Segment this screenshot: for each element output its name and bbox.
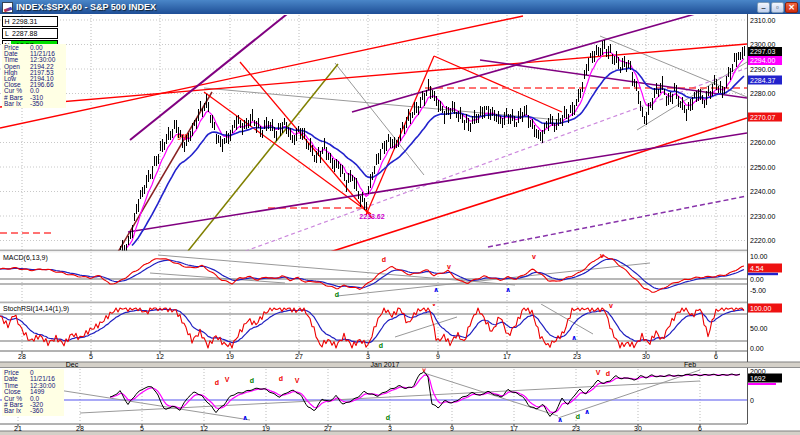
svg-text:∧: ∧	[557, 416, 563, 423]
window-titlebar[interactable]: INDEX:$SPX,60 - S&P 500 INDEX – ▫ ✕	[0, 0, 800, 14]
svg-text:d: d	[382, 256, 386, 263]
svg-text:d: d	[386, 414, 390, 421]
svg-text:5: 5	[89, 353, 93, 360]
close-button[interactable]: ✕	[785, 2, 798, 13]
svg-text:-5.00: -5.00	[750, 287, 766, 294]
svg-text:0.00: 0.00	[750, 276, 764, 283]
svg-text:6: 6	[714, 353, 718, 360]
svg-text:2250.00: 2250.00	[750, 164, 775, 171]
svg-text:gap: gap	[177, 132, 189, 140]
svg-text:6: 6	[698, 425, 702, 432]
svg-text:∧: ∧	[584, 408, 590, 415]
svg-text:2270.07: 2270.07	[750, 114, 775, 121]
svg-text:28: 28	[76, 425, 84, 432]
svg-text:19: 19	[262, 425, 270, 432]
svg-text:4.54: 4.54	[750, 265, 764, 272]
svg-text:Dec: Dec	[66, 361, 79, 368]
svg-text:d: d	[335, 291, 339, 298]
svg-text:v: v	[600, 252, 604, 259]
svg-text:∧: ∧	[505, 286, 511, 293]
maximize-button[interactable]: ▫	[771, 2, 784, 13]
svg-text:d: d	[279, 375, 283, 382]
svg-text:StochRSI(14,14(1),9): StochRSI(14,14(1),9)	[3, 305, 69, 313]
svg-text:V: V	[596, 369, 601, 376]
svg-text:V: V	[295, 377, 300, 384]
svg-text:9: 9	[450, 425, 454, 432]
cursor-data-panel: Price0.00Date11/21/16Time12:30:00Open219…	[2, 44, 66, 108]
svg-text:17: 17	[503, 353, 511, 360]
svg-text:d: d	[606, 370, 610, 377]
svg-text:27: 27	[324, 425, 332, 432]
svg-text:1692: 1692	[750, 375, 766, 382]
svg-text:50.00: 50.00	[750, 325, 768, 332]
svg-text:2297.03: 2297.03	[750, 48, 775, 55]
cursor-data-panel-bottom: Price0Date11/21/16Time12:30:00Close1499C…	[2, 369, 64, 416]
svg-text:30: 30	[634, 425, 642, 432]
svg-text:v: v	[447, 263, 451, 270]
svg-text:2233.62: 2233.62	[359, 213, 384, 220]
svg-text:2294.00: 2294.00	[750, 57, 775, 64]
svg-text:V: V	[225, 376, 230, 383]
svg-text:∧: ∧	[571, 334, 577, 341]
cursor-row: Bar Ix-350	[4, 101, 64, 107]
svg-text:10.00: 10.00	[750, 253, 768, 260]
cursor-row: Bar Ix-360	[4, 408, 62, 414]
svg-text:d: d	[250, 377, 254, 384]
svg-text:23: 23	[573, 353, 581, 360]
svg-text:2000: 2000	[750, 368, 766, 375]
svg-text:21: 21	[14, 425, 22, 432]
svg-text:2310.00: 2310.00	[750, 17, 775, 24]
svg-text:Jan 2017: Jan 2017	[371, 361, 400, 368]
svg-text:2240.00: 2240.00	[750, 188, 775, 195]
svg-text:MACD(6,13,9): MACD(6,13,9)	[3, 254, 48, 262]
svg-text:2300.00: 2300.00	[750, 41, 775, 48]
minimize-button[interactable]: –	[757, 2, 770, 13]
svg-text:12: 12	[156, 353, 164, 360]
svg-text:27: 27	[295, 353, 303, 360]
svg-text:2284.37: 2284.37	[750, 77, 775, 84]
svg-text:23: 23	[572, 425, 580, 432]
svg-text:∧: ∧	[433, 286, 439, 293]
app-window: gap2233.62dd∧v∧vvMACD(6,13,9)dv∧vStochRS…	[0, 0, 800, 435]
svg-text:100.00: 100.00	[750, 305, 772, 312]
svg-text:12: 12	[200, 425, 208, 432]
svg-text:0.00: 0.00	[750, 345, 764, 352]
window-title: INDEX:$SPX,60 - S&P 500 INDEX	[16, 2, 156, 12]
svg-text:2230.00: 2230.00	[750, 213, 775, 220]
svg-text:d: d	[379, 342, 383, 349]
quote-row: H2298.31	[2, 16, 58, 27]
svg-text:3: 3	[366, 353, 370, 360]
svg-text:d: d	[215, 379, 219, 386]
svg-text:2260.00: 2260.00	[750, 139, 775, 146]
svg-text:Feb: Feb	[684, 361, 696, 368]
svg-text:9: 9	[436, 353, 440, 360]
window-icon	[2, 2, 13, 13]
quote-row: L2287.88	[2, 28, 58, 39]
svg-text:28: 28	[18, 353, 26, 360]
svg-text:30: 30	[642, 353, 650, 360]
charts-canvas[interactable]: gap2233.62dd∧v∧vvMACD(6,13,9)dv∧vStochRS…	[0, 0, 800, 435]
svg-text:d: d	[576, 413, 580, 420]
svg-text:3: 3	[388, 425, 392, 432]
svg-text:2280.00: 2280.00	[750, 90, 775, 97]
svg-text:v: v	[532, 253, 536, 260]
svg-text:5: 5	[140, 425, 144, 432]
svg-text:0: 0	[750, 397, 754, 404]
svg-text:2220.00: 2220.00	[750, 237, 775, 244]
svg-text:17: 17	[510, 425, 518, 432]
svg-text:19: 19	[226, 353, 234, 360]
svg-text:2290.00: 2290.00	[750, 66, 775, 73]
svg-text:∧: ∧	[242, 414, 248, 421]
